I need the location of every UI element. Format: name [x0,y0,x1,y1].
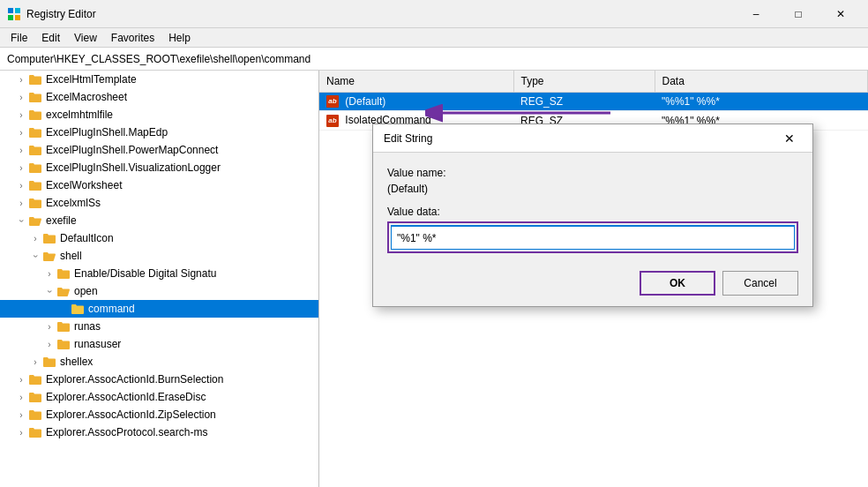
folder-open-icon [42,250,56,262]
tree-label: excelmhtmlfile [46,109,113,121]
chevron-icon: › [14,163,28,173]
tree-item-ExcelPlugInShell-PowerMapConnect[interactable]: › ExcelPlugInShell.PowerMapConnect [0,141,318,159]
minimize-button[interactable]: – [736,0,776,28]
folder-icon [28,373,42,386]
dialog-title: Edit String [384,132,777,145]
folder-icon [28,109,42,121]
tree-label: ExcelPlugInShell.PowerMapConnect [46,144,218,156]
app-icon [7,7,21,21]
folder-icon [56,267,71,280]
tree-item-DefaultIcon[interactable]: › DefaultIcon [0,229,318,247]
tree-label: Explorer.AssocActionId.BurnSelection [46,373,223,386]
menu-edit[interactable]: Edit [34,30,67,46]
tree-item-Explorer-search-ms[interactable]: › Explorer.AssocProtocol.search-ms [0,423,318,441]
chevron-icon: › [14,375,28,385]
chevron-icon: › [42,269,56,279]
close-button[interactable]: ✕ [820,0,861,28]
tree-label: DefaultIcon [60,232,114,244]
tree-item-ExcelHtmlTemplate[interactable]: › ExcelHtmlTemplate [0,71,318,88]
tree-item-exefile[interactable]: › exefile [0,212,318,229]
tree-item-runas[interactable]: › runas [0,318,318,335]
folder-icon [28,391,42,403]
tree-item-shell[interactable]: › shell [0,247,318,265]
tree-item-shellex[interactable]: › shellex [0,353,318,371]
reg-data-cell: "%%1" %%* [655,92,868,111]
dialog-close-button[interactable]: ✕ [777,126,802,151]
reg-string-icon: ab [326,115,339,127]
folder-icon [28,408,42,421]
tree-label: Explorer.AssocActionId.ZipSelection [46,408,216,421]
tree-item-Explorer-BurnSelection[interactable]: › Explorer.AssocActionId.BurnSelection [0,371,318,388]
tree-label: ExcelWorksheet [46,179,122,191]
menu-view[interactable]: View [67,30,104,46]
menu-favorites[interactable]: Favorites [104,30,161,46]
registry-table: Name Type Data ab (Default) REG_SZ "%%1"… [319,71,868,131]
chevron-icon: › [14,75,28,85]
menu-file[interactable]: File [4,30,34,46]
value-data-wrapper [387,221,798,253]
chevron-icon: › [14,428,28,438]
dialog-body: Value name: (Default) Value data: [373,153,812,264]
title-bar: Registry Editor – □ ✕ [0,0,868,28]
tree-label: ExcelPlugInShell.MapEdp [46,126,168,139]
chevron-icon: › [42,322,56,332]
chevron-icon: › [14,146,28,155]
tree-item-ExcelPlugInShell-VisualizationLogger[interactable]: › ExcelPlugInShell.VisualizationLogger [0,159,318,176]
folder-icon [28,91,42,103]
value-name-value: (Default) [387,183,798,195]
chevron-icon: › [14,110,28,120]
folder-icon [71,303,85,315]
table-row[interactable]: ab (Default) REG_SZ "%%1" %%* [319,92,868,111]
folder-icon [28,197,42,209]
chevron-icon: › [28,357,42,367]
tree-label: open [74,285,98,297]
value-data-input[interactable] [391,225,795,250]
tree-label: Explorer.AssocActionId.EraseDisc [46,391,206,403]
main-content: › ExcelHtmlTemplate › ExcelMacrosheet › … [0,71,868,487]
chevron-icon: › [42,340,56,349]
tree-item-ExcelWorksheet[interactable]: › ExcelWorksheet [0,176,318,194]
tree-label: Enable/Disable Digital Signatu [74,267,216,280]
reg-name-cell: ab (Default) [319,92,513,111]
address-bar: Computer\HKEY_CLASSES_ROOT\exefile\shell… [0,48,868,71]
tree-panel[interactable]: › ExcelHtmlTemplate › ExcelMacrosheet › … [0,71,319,487]
tree-item-ExcelMacrosheet[interactable]: › ExcelMacrosheet [0,88,318,106]
tree-item-ExcelPlugInShell-MapEdp[interactable]: › ExcelPlugInShell.MapEdp [0,124,318,141]
tree-item-open[interactable]: › open [0,282,318,300]
right-panel: Name Type Data ab (Default) REG_SZ "%%1"… [319,71,868,487]
tree-label: runas [74,320,101,333]
tree-item-EnableDisable[interactable]: › Enable/Disable Digital Signatu [0,265,318,282]
tree-label: command [88,303,135,315]
column-type: Type [513,71,655,92]
tree-label: exefile [46,214,77,227]
tree-item-runasuser[interactable]: › runasuser [0,335,318,353]
tree-item-Explorer-EraseDisc[interactable]: › Explorer.AssocActionId.EraseDisc [0,388,318,406]
tree-item-ExcelxmlSs[interactable]: › ExcelxmlSs [0,194,318,212]
column-name: Name [319,71,513,92]
tree-label: shellex [60,356,93,368]
chevron-icon: › [14,410,28,420]
value-data-label: Value data: [387,206,798,218]
reg-type-cell: REG_SZ [513,92,655,111]
reg-string-icon: ab [326,95,339,108]
menu-help[interactable]: Help [161,30,198,46]
tree-label: ExcelPlugInShell.VisualizationLogger [46,161,221,174]
maximize-button[interactable]: □ [778,0,819,28]
folder-icon [28,161,42,174]
ok-button[interactable]: OK [640,271,715,296]
value-name-label: Value name: [387,167,798,179]
folder-icon [42,356,56,368]
chevron-expanded-icon: › [17,214,26,228]
chevron-icon: › [14,93,28,102]
folder-icon [56,338,71,350]
chevron-expanded-icon: › [45,284,55,298]
folder-icon [28,179,42,191]
cancel-button[interactable]: Cancel [722,271,798,296]
edit-string-dialog: Edit String ✕ Value name: (Default) Valu… [372,124,813,307]
tree-label: runasuser [74,338,121,350]
tree-label: shell [60,250,82,262]
tree-item-Explorer-ZipSelection[interactable]: › Explorer.AssocActionId.ZipSelection [0,406,318,423]
tree-item-excelmhtmlfile[interactable]: › excelmhtmlfile [0,106,318,124]
tree-label: ExcelHtmlTemplate [46,73,137,86]
tree-item-command[interactable]: command [0,300,318,318]
